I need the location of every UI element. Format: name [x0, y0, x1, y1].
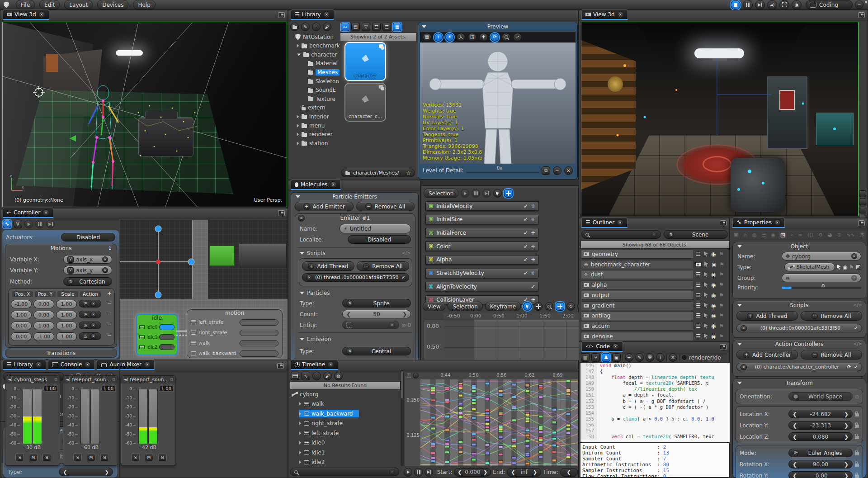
play-button[interactable] — [404, 468, 412, 477]
eye-icon[interactable]: ◉ — [712, 262, 716, 267]
keyframe-marker[interactable] — [431, 452, 435, 454]
particle-type-select[interactable]: ⇅ Sprite — [342, 299, 411, 308]
cursor-icon[interactable] — [704, 293, 708, 298]
keyframe-marker[interactable] — [472, 433, 476, 435]
motion-row-walk_backward[interactable]: walk_backward — [187, 348, 282, 359]
remove-button[interactable]: − — [312, 372, 321, 380]
tree-item-nrgstation[interactable]: NRGstation — [290, 33, 340, 41]
tab-molecules[interactable]: Molecules ✕ — [291, 180, 341, 190]
dock-icon[interactable] — [858, 220, 865, 226]
keyframe-marker[interactable] — [525, 429, 529, 431]
keyframe-marker[interactable] — [485, 423, 489, 425]
shield-category-button[interactable]: ▣ — [734, 232, 738, 237]
strip-s-button[interactable]: S — [15, 454, 24, 461]
dock-icon[interactable] — [277, 363, 284, 369]
open-file-pill[interactable]: renderer/do — [681, 355, 721, 361]
eye-icon[interactable]: ◉ — [711, 334, 716, 339]
globe-category-button[interactable]: ◍ — [752, 232, 757, 237]
idle-node[interactable]: idle idle0idle1idle2 — [136, 314, 178, 355]
idle-row-idle1[interactable]: idle1 — [137, 332, 177, 342]
pause-button[interactable] — [35, 220, 44, 228]
keyframe-marker[interactable] — [539, 439, 543, 441]
menu-item-help[interactable]: Help — [133, 0, 155, 9]
volume-button[interactable]: ◄) — [767, 0, 777, 10]
keyframe-marker[interactable] — [472, 443, 476, 445]
timeline-item-right_strafe[interactable]: right_strafe — [299, 420, 343, 427]
keyframe-marker[interactable] — [431, 416, 435, 419]
lod-slider[interactable] — [466, 172, 539, 173]
layers-icon[interactable]: ☰ — [696, 282, 701, 288]
chevron-right-icon[interactable] — [299, 431, 302, 435]
keyframe-marker[interactable] — [499, 436, 503, 439]
gain-value[interactable]: 1.00 — [159, 386, 174, 392]
module-row-aligntovelocity[interactable]: ⌘AlignToVelocity✓ — [425, 282, 538, 291]
keyframe-marker[interactable] — [472, 417, 476, 419]
sort-az-button[interactable]: az — [341, 23, 349, 31]
keyframe-marker[interactable] — [485, 462, 489, 464]
emission-type-select[interactable]: ⇅ Central — [342, 347, 411, 355]
remove-all-threads-button[interactable]: − Remove All — [801, 311, 862, 321]
keyframe-marker[interactable] — [472, 459, 476, 461]
table-cell[interactable]: 0.00 — [33, 311, 54, 319]
add-thread-button[interactable]: + Add Thread — [736, 311, 798, 321]
step-button[interactable] — [755, 0, 765, 10]
play-button[interactable] — [24, 220, 33, 228]
keyframe-marker[interactable] — [472, 384, 476, 387]
action-cell[interactable]: ◳✕ — [79, 332, 101, 340]
close-icon[interactable]: ✕ — [323, 11, 330, 18]
outliner-row-output[interactable]: output — [581, 291, 694, 300]
keyframe-marker[interactable] — [512, 406, 516, 408]
idle-row-idle2[interactable]: idle2 — [137, 342, 177, 352]
rename-button[interactable]: ✎ — [301, 23, 310, 31]
cursor-tool-button[interactable] — [493, 189, 502, 198]
thread-item[interactable]: ✕ (0) thread::0x000001afc33f3f50 ✓ — [736, 324, 862, 332]
layers-icon[interactable]: ☰ — [696, 303, 701, 308]
idle-row-idle0[interactable]: idle0 — [137, 322, 177, 332]
keyframe-marker[interactable] — [485, 409, 489, 411]
chevron-right-icon[interactable] — [299, 451, 302, 454]
zoom-tool-button[interactable] — [545, 302, 553, 311]
module-row-initialvelocity[interactable]: ⌘InitialVelocity✓+ — [425, 201, 538, 211]
keyframe-marker[interactable] — [431, 443, 435, 445]
motion-node[interactable]: motion left_straferight_strafewalkwalk_b… — [187, 309, 283, 358]
clear-entity-icon[interactable]: ✕ — [389, 322, 395, 328]
keyframe-marker[interactable] — [525, 445, 529, 447]
tree-item-material[interactable]: Material — [303, 60, 340, 67]
value-pill[interactable] — [240, 350, 278, 357]
chevron-right-icon[interactable] — [297, 142, 299, 145]
keyframe-marker[interactable] — [512, 419, 516, 421]
keyframe-marker[interactable] — [472, 438, 476, 440]
keyframe-marker[interactable] — [458, 441, 462, 443]
module-row-color[interactable]: ⌘Color✓+ — [425, 241, 538, 251]
value-stepper[interactable]: ❮-24.682❯ — [788, 410, 853, 418]
pause-button[interactable] — [414, 468, 423, 477]
chevron-right-icon[interactable] — [297, 115, 299, 118]
value-pill[interactable] — [159, 334, 175, 340]
value-pill[interactable] — [159, 344, 175, 350]
outliner-row-geometry[interactable]: geometry — [581, 250, 694, 259]
close-icon[interactable]: ✕ — [617, 219, 623, 226]
rotation-mode-select[interactable]: ⟳ Euler Angles — [788, 449, 853, 457]
tab-library[interactable]: ☰ Library ✕ — [291, 9, 334, 20]
paint-category-button[interactable]: ◕ — [828, 232, 832, 237]
motion-row-walk[interactable]: walk — [187, 338, 282, 348]
tree-item-benchmark[interactable]: benchmark — [297, 42, 340, 50]
pin-icon[interactable]: ⚑ — [719, 282, 724, 288]
comment-button[interactable]: 💬︎ — [646, 353, 654, 362]
collapse-icon[interactable] — [300, 252, 304, 255]
table-cell[interactable]: 0.00 — [11, 322, 32, 330]
add-keyframe-icon[interactable]: + — [531, 217, 535, 222]
keyframe-marker[interactable] — [566, 424, 571, 426]
keyframe-marker[interactable] — [431, 392, 435, 394]
outliner-row-accum[interactable]: accum — [581, 322, 694, 331]
layers-icon[interactable]: ☰ — [696, 272, 701, 277]
tree-item-menu[interactable]: menu — [297, 122, 340, 129]
remove-all-controllers-button[interactable]: − Remove All — [801, 350, 862, 360]
remove-all-emitters-button[interactable]: − Remove All — [356, 202, 415, 211]
camera-icon[interactable] — [696, 263, 701, 266]
keyframe-marker[interactable] — [485, 429, 489, 431]
clear-icon[interactable]: ✕ — [851, 253, 857, 259]
keyframe-marker[interactable] — [539, 431, 543, 433]
left-viewport-canvas[interactable]: zx (0) geometry::None User Persp. — [2, 22, 287, 207]
cursor-icon[interactable] — [704, 282, 708, 288]
